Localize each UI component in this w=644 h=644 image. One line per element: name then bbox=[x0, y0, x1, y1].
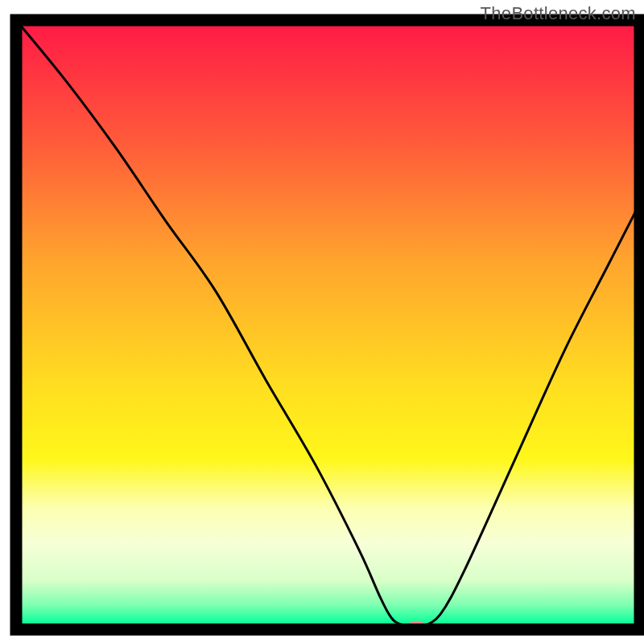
chart-svg bbox=[0, 0, 644, 644]
gradient-background bbox=[16, 20, 640, 630]
bottleneck-chart: TheBottleneck.com bbox=[0, 0, 644, 644]
watermark-text: TheBottleneck.com bbox=[481, 3, 636, 24]
